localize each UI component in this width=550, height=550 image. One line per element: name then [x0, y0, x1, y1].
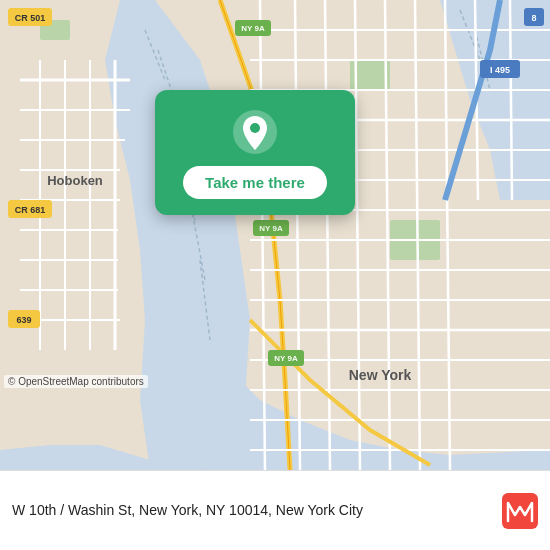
moovit-icon — [502, 493, 538, 529]
svg-text:8: 8 — [531, 13, 536, 23]
address-container: W 10th / Washin St, New York, NY 10014, … — [12, 501, 492, 521]
map-container: CR 501 CR 681 NY 9A NY 9A NY 9A I 495 8 … — [0, 0, 550, 470]
svg-point-69 — [250, 123, 260, 133]
map-background: CR 501 CR 681 NY 9A NY 9A NY 9A I 495 8 … — [0, 0, 550, 470]
location-pin-icon — [231, 108, 279, 156]
map-attribution: © OpenStreetMap contributors — [4, 375, 148, 388]
moovit-logo — [502, 493, 538, 529]
svg-text:New York: New York — [349, 367, 412, 383]
svg-text:NY 9A: NY 9A — [259, 224, 283, 233]
bottom-bar: W 10th / Washin St, New York, NY 10014, … — [0, 470, 550, 550]
svg-text:CR 681: CR 681 — [15, 205, 46, 215]
svg-text:Hoboken: Hoboken — [47, 173, 103, 188]
svg-text:639: 639 — [16, 315, 31, 325]
svg-text:NY 9A: NY 9A — [274, 354, 298, 363]
svg-text:NY 9A: NY 9A — [241, 24, 265, 33]
svg-text:CR 501: CR 501 — [15, 13, 46, 23]
take-me-there-button[interactable]: Take me there — [183, 166, 327, 199]
map-card: Take me there — [155, 90, 355, 215]
svg-text:I 495: I 495 — [490, 65, 510, 75]
address-text: W 10th / Washin St, New York, NY 10014, … — [12, 502, 363, 518]
